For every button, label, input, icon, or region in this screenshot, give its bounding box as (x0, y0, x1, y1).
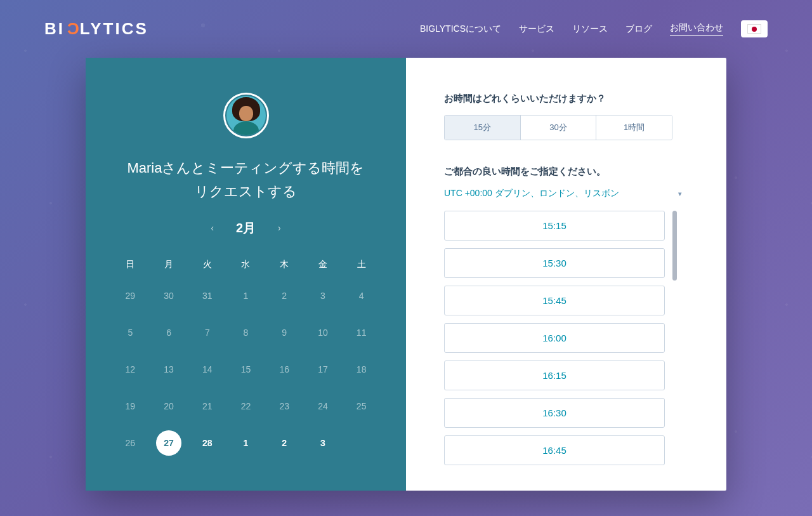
time-slots-list: 15:1515:3015:4516:0016:1516:3016:45 (444, 211, 665, 465)
calendar-day[interactable]: 2 (265, 289, 304, 302)
time-slot[interactable]: 16:30 (444, 398, 665, 428)
month-label: 2月 (236, 220, 256, 237)
time-slot[interactable]: 15:30 (444, 248, 665, 278)
duration-buttons: 15分 30分 1時間 (444, 115, 672, 140)
time-slot-container: 15:1515:3015:4516:0016:1516:3016:45 (444, 211, 704, 465)
calendar-day[interactable]: 27 (150, 437, 188, 449)
site-header: BICLYTICS BIGLYTICSについて サービス リソース ブログ お問… (0, 0, 812, 58)
calendar-day[interactable]: 1 (226, 289, 265, 302)
avatar (223, 93, 269, 138)
calendar-day[interactable]: 31 (188, 289, 226, 302)
calendar-day[interactable]: 14 (188, 363, 226, 376)
scrollbar[interactable] (672, 211, 677, 465)
day-of-week-label: 金 (304, 259, 343, 270)
time-slot[interactable]: 15:45 (444, 286, 665, 315)
calendar-day[interactable]: 11 (342, 326, 381, 339)
meeting-scheduler-card: Mariaさんとミーティングする時間を リクエストする ‹ 2月 › 日月火水木… (86, 58, 726, 491)
time-slot[interactable]: 16:15 (444, 361, 665, 390)
time-title: ご都合の良い時間をご指定ください。 (444, 166, 704, 178)
calendar-day[interactable]: 25 (342, 400, 381, 413)
logo-text-suffix: LYTICS (80, 19, 148, 39)
calendar-day[interactable]: 4 (342, 289, 381, 302)
calendar-day[interactable]: 3 (304, 289, 343, 302)
calendar-day[interactable]: 7 (188, 326, 226, 339)
language-selector[interactable] (741, 20, 768, 37)
logo[interactable]: BICLYTICS (44, 19, 148, 39)
meeting-title-line1: Mariaさんとミーティングする時間を (111, 156, 381, 180)
calendar-day[interactable]: 9 (265, 326, 304, 339)
calendar-day[interactable]: 17 (304, 363, 343, 376)
month-navigator: ‹ 2月 › (111, 220, 381, 237)
calendar-day[interactable]: 15 (226, 363, 265, 376)
timezone-label: UTC +00:00 ダブリン、ロンドン、リスボン (444, 188, 619, 199)
calendar-day[interactable]: 16 (265, 363, 304, 376)
calendar-day[interactable]: 20 (150, 400, 188, 413)
day-of-week-label: 火 (188, 259, 226, 270)
duration-15min[interactable]: 15分 (445, 116, 521, 140)
calendar-day (342, 437, 381, 449)
nav-blog[interactable]: ブログ (625, 23, 652, 35)
calendar-day[interactable]: 29 (111, 289, 150, 302)
nav-about[interactable]: BIGLYTICSについて (420, 23, 501, 35)
time-slot[interactable]: 16:45 (444, 435, 665, 465)
logo-accent: C (65, 19, 79, 39)
scrollbar-thumb[interactable] (672, 211, 677, 281)
meeting-title: Mariaさんとミーティングする時間を リクエストする (111, 156, 381, 204)
calendar-day[interactable]: 2 (265, 437, 304, 449)
calendar-day[interactable]: 8 (226, 326, 265, 339)
calendar-day[interactable]: 5 (111, 326, 150, 339)
time-panel: お時間はどれくらいいただけますか？ 15分 30分 1時間 ご都合の良い時間をご… (406, 58, 726, 491)
calendar-day[interactable]: 28 (188, 437, 226, 449)
day-of-week-label: 土 (342, 259, 381, 270)
calendar-day[interactable]: 26 (111, 437, 150, 449)
day-of-week-label: 木 (265, 259, 304, 270)
calendar-day-headers: 日月火水木金土 (111, 259, 381, 270)
day-of-week-label: 月 (150, 259, 188, 270)
flag-japan-icon (747, 24, 761, 34)
day-of-week-label: 日 (111, 259, 150, 270)
day-of-week-label: 水 (226, 259, 265, 270)
chevron-down-icon: ▾ (678, 190, 682, 198)
meeting-title-line2: リクエストする (111, 180, 381, 203)
logo-text-prefix: BI (44, 19, 65, 39)
calendar-day[interactable]: 13 (150, 363, 188, 376)
calendar-day[interactable]: 12 (111, 363, 150, 376)
time-slot[interactable]: 16:00 (444, 323, 665, 353)
calendar-day[interactable]: 1 (226, 437, 265, 449)
calendar-day[interactable]: 10 (304, 326, 343, 339)
duration-1hour[interactable]: 1時間 (596, 116, 672, 140)
calendar-day[interactable]: 30 (150, 289, 188, 302)
calendar-day[interactable]: 6 (150, 326, 188, 339)
calendar-day[interactable]: 22 (226, 400, 265, 413)
calendar-grid: 2930311234567891011121314151617181920212… (111, 289, 381, 449)
calendar-day[interactable]: 24 (304, 400, 343, 413)
duration-30min[interactable]: 30分 (521, 116, 597, 140)
calendar: 日月火水木金土 29303112345678910111213141516171… (111, 259, 381, 449)
nav-services[interactable]: サービス (519, 23, 554, 35)
duration-title: お時間はどれくらいいただけますか？ (444, 93, 704, 105)
calendar-day[interactable]: 3 (304, 437, 343, 449)
time-slot[interactable]: 15:15 (444, 211, 665, 241)
nav-resources[interactable]: リソース (572, 23, 608, 35)
prev-month-button[interactable]: ‹ (211, 223, 214, 233)
timezone-selector[interactable]: UTC +00:00 ダブリン、ロンドン、リスボン ▾ (444, 188, 682, 199)
calendar-day[interactable]: 23 (265, 400, 304, 413)
calendar-panel: Mariaさんとミーティングする時間を リクエストする ‹ 2月 › 日月火水木… (86, 58, 406, 491)
calendar-day[interactable]: 21 (188, 400, 226, 413)
nav-contact[interactable]: お問い合わせ (670, 22, 723, 36)
next-month-button[interactable]: › (278, 223, 281, 233)
calendar-day[interactable]: 19 (111, 400, 150, 413)
calendar-day[interactable]: 18 (342, 363, 381, 376)
main-nav: BIGLYTICSについて サービス リソース ブログ お問い合わせ (420, 20, 768, 37)
